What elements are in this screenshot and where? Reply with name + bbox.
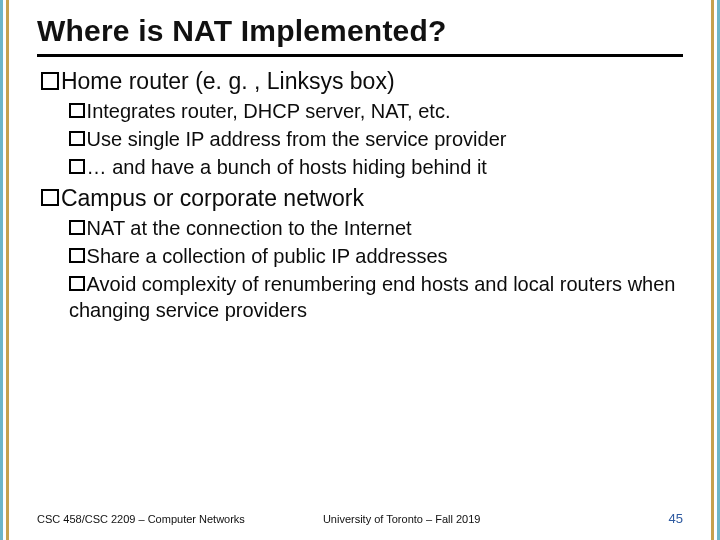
subbullet-share-ips: Share a collection of public IP addresse… xyxy=(69,243,683,269)
bullet-text: Use single IP address from the service p… xyxy=(87,128,507,150)
square-bullet-icon xyxy=(69,276,85,292)
bullet-text: Home router (e. g. , Linksys box) xyxy=(61,68,395,94)
bullet-text: Share a collection of public IP addresse… xyxy=(87,245,448,267)
bullet-text: Integrates router, DHCP server, NAT, etc… xyxy=(87,100,451,122)
square-bullet-icon xyxy=(69,220,85,236)
slide-title: Where is NAT Implemented? xyxy=(37,14,683,57)
square-bullet-icon xyxy=(69,131,85,147)
slide-footer: CSC 458/CSC 2209 – Computer Networks Uni… xyxy=(37,511,683,526)
bullet-home-router: Home router (e. g. , Linksys box) xyxy=(41,67,683,96)
footer-course: CSC 458/CSC 2209 – Computer Networks xyxy=(37,513,245,525)
bullet-text: NAT at the connection to the Internet xyxy=(87,217,412,239)
bullet-campus-network: Campus or corporate network xyxy=(41,184,683,213)
square-bullet-icon xyxy=(69,103,85,119)
subbullet-avoid-renumber: Avoid complexity of renumbering end host… xyxy=(69,271,683,323)
bullet-text: Campus or corporate network xyxy=(61,185,364,211)
square-bullet-icon xyxy=(41,189,59,207)
subbullet-integrates: Integrates router, DHCP server, NAT, etc… xyxy=(69,98,683,124)
slide-body: Where is NAT Implemented? Home router (e… xyxy=(9,0,711,540)
subbullet-single-ip: Use single IP address from the service p… xyxy=(69,126,683,152)
square-bullet-icon xyxy=(41,72,59,90)
bullet-text: … and have a bunch of hosts hiding behin… xyxy=(87,156,487,178)
footer-university: University of Toronto – Fall 2019 xyxy=(323,513,481,525)
subbullet-nat-connection: NAT at the connection to the Internet xyxy=(69,215,683,241)
square-bullet-icon xyxy=(69,159,85,175)
subbullet-hosts-hiding: … and have a bunch of hosts hiding behin… xyxy=(69,154,683,180)
square-bullet-icon xyxy=(69,248,85,264)
bullet-text: Avoid complexity of renumbering end host… xyxy=(69,273,675,321)
footer-page-number: 45 xyxy=(669,511,683,526)
